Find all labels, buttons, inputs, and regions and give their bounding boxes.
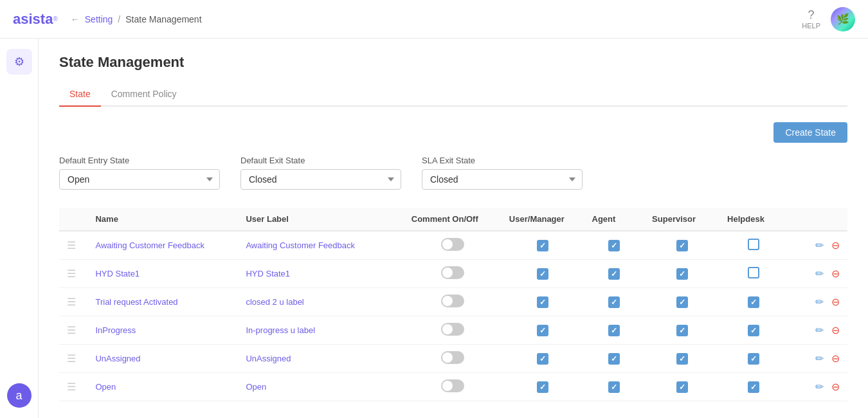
sla-exit-state-select[interactable]: Open Closed InProgress bbox=[422, 169, 583, 190]
user-label-link[interactable]: UnAssigned bbox=[246, 354, 291, 363]
drag-handle-icon[interactable]: ☰ bbox=[67, 325, 76, 336]
col-name-header: Name bbox=[87, 208, 238, 231]
create-state-button[interactable]: Create State bbox=[773, 122, 847, 143]
name-cell: Awaiting Customer Feedback bbox=[87, 231, 238, 260]
edit-icon[interactable]: ✏ bbox=[815, 296, 824, 307]
agent-checkbox[interactable] bbox=[608, 240, 620, 251]
helpdesk-checkbox[interactable] bbox=[748, 325, 759, 336]
edit-icon[interactable]: ✏ bbox=[815, 240, 824, 251]
edit-icon[interactable]: ✏ bbox=[815, 268, 824, 279]
drag-handle-icon[interactable]: ☰ bbox=[67, 296, 76, 307]
agent-checkbox[interactable] bbox=[608, 296, 620, 308]
supervisor-cell bbox=[644, 345, 719, 373]
delete-icon[interactable]: ⊖ bbox=[831, 296, 840, 307]
supervisor-checkbox[interactable] bbox=[676, 325, 688, 336]
drag-handle-icon[interactable]: ☰ bbox=[67, 381, 76, 392]
helpdesk-checkbox[interactable] bbox=[748, 296, 759, 308]
logo-text: asista bbox=[13, 11, 53, 28]
user-label-link[interactable]: Awaiting Customer Feedback bbox=[246, 241, 355, 250]
drag-handle-cell: ☰ bbox=[59, 288, 87, 316]
drag-handle-icon[interactable]: ☰ bbox=[67, 353, 76, 364]
user-manager-checkbox[interactable] bbox=[537, 240, 548, 251]
agent-checkbox[interactable] bbox=[608, 325, 620, 336]
breadcrumb-setting[interactable]: Setting bbox=[85, 14, 113, 24]
default-exit-state-select[interactable]: Open Closed InProgress bbox=[240, 169, 401, 190]
default-entry-state-select[interactable]: Open Closed InProgress bbox=[59, 169, 220, 190]
user-label-link[interactable]: HYD State1 bbox=[246, 269, 290, 278]
user-manager-checkbox[interactable] bbox=[537, 325, 548, 336]
user-manager-cell bbox=[502, 373, 584, 401]
logo: asista® bbox=[13, 11, 58, 28]
user-manager-cell bbox=[502, 288, 584, 316]
helpdesk-checkbox[interactable] bbox=[748, 353, 759, 365]
supervisor-checkbox[interactable] bbox=[676, 296, 688, 308]
default-entry-state-label: Default Entry State bbox=[59, 156, 220, 165]
sla-exit-state-group: SLA Exit State Open Closed InProgress bbox=[422, 156, 583, 190]
drag-handle-icon[interactable]: ☰ bbox=[67, 240, 76, 251]
avatar[interactable]: 🌿 bbox=[831, 7, 855, 32]
state-name-link[interactable]: InProgress bbox=[95, 325, 136, 335]
layout: ⚙ a State Management State Comment Polic… bbox=[0, 39, 868, 418]
edit-icon[interactable]: ✏ bbox=[815, 353, 824, 364]
helpdesk-checkbox[interactable] bbox=[748, 239, 759, 250]
supervisor-checkbox[interactable] bbox=[676, 240, 688, 251]
supervisor-checkbox[interactable] bbox=[676, 268, 688, 280]
user-manager-checkbox[interactable] bbox=[537, 296, 548, 308]
name-cell: Trial request Activated bbox=[87, 288, 238, 316]
help-button[interactable]: ? HELP bbox=[802, 8, 820, 30]
user-label-link[interactable]: Open bbox=[246, 382, 266, 392]
state-name-link[interactable]: Open bbox=[95, 382, 116, 392]
state-name-link[interactable]: HYD State1 bbox=[95, 269, 140, 278]
sidebar-bottom-icon[interactable]: a bbox=[7, 383, 32, 408]
drag-handle-icon[interactable]: ☰ bbox=[67, 268, 76, 279]
drag-handle-cell: ☰ bbox=[59, 231, 87, 260]
supervisor-cell bbox=[644, 288, 719, 316]
edit-icon[interactable]: ✏ bbox=[815, 325, 824, 336]
delete-icon[interactable]: ⊖ bbox=[831, 268, 840, 279]
delete-icon[interactable]: ⊖ bbox=[831, 325, 840, 336]
actions-cell: ✏ ⊖ bbox=[787, 260, 847, 288]
delete-icon[interactable]: ⊖ bbox=[831, 353, 840, 364]
helpdesk-checkbox[interactable] bbox=[748, 381, 759, 393]
user-label-link[interactable]: In-progress u label bbox=[246, 325, 315, 335]
comment-toggle[interactable] bbox=[441, 266, 464, 279]
agent-checkbox[interactable] bbox=[608, 381, 620, 393]
tab-state[interactable]: State bbox=[59, 82, 101, 107]
comment-toggle[interactable] bbox=[441, 295, 464, 307]
supervisor-cell bbox=[644, 316, 719, 345]
agent-checkbox[interactable] bbox=[608, 353, 620, 365]
helpdesk-checkbox[interactable] bbox=[748, 267, 759, 278]
state-name-link[interactable]: Trial request Activated bbox=[95, 297, 177, 307]
delete-icon[interactable]: ⊖ bbox=[831, 381, 840, 392]
user-manager-checkbox[interactable] bbox=[537, 381, 548, 393]
user-manager-cell bbox=[502, 316, 584, 345]
state-name-link[interactable]: UnAssigned bbox=[95, 354, 140, 363]
supervisor-checkbox[interactable] bbox=[676, 381, 688, 393]
name-cell: InProgress bbox=[87, 316, 238, 345]
comment-toggle[interactable] bbox=[441, 351, 464, 364]
tab-comment-policy[interactable]: Comment Policy bbox=[101, 82, 187, 107]
comment-toggle-cell bbox=[404, 231, 502, 260]
breadcrumb: ← Setting / State Management bbox=[71, 14, 202, 24]
state-table: Name User Label Comment On/Off User/Mana… bbox=[59, 208, 847, 401]
comment-toggle[interactable] bbox=[441, 323, 464, 336]
actions-cell: ✏ ⊖ bbox=[787, 345, 847, 373]
edit-icon[interactable]: ✏ bbox=[815, 381, 824, 392]
supervisor-checkbox[interactable] bbox=[676, 353, 688, 365]
user-manager-checkbox[interactable] bbox=[537, 268, 548, 280]
user-manager-checkbox[interactable] bbox=[537, 353, 548, 365]
comment-toggle-cell bbox=[404, 373, 502, 401]
col-agent-header: Agent bbox=[584, 208, 645, 231]
delete-icon[interactable]: ⊖ bbox=[831, 240, 840, 251]
user-label-link[interactable]: closed 2 u label bbox=[246, 297, 303, 307]
comment-toggle[interactable] bbox=[441, 238, 464, 251]
actions-cell: ✏ ⊖ bbox=[787, 316, 847, 345]
col-supervisor-header: Supervisor bbox=[644, 208, 719, 231]
default-exit-state-group: Default Exit State Open Closed InProgres… bbox=[240, 156, 401, 190]
back-arrow[interactable]: ← bbox=[71, 14, 80, 24]
dropdowns-row: Default Entry State Open Closed InProgre… bbox=[59, 156, 847, 190]
agent-checkbox[interactable] bbox=[608, 268, 620, 280]
comment-toggle[interactable] bbox=[441, 379, 464, 392]
sidebar-item-settings[interactable]: ⚙ bbox=[6, 49, 32, 75]
state-name-link[interactable]: Awaiting Customer Feedback bbox=[95, 241, 204, 250]
